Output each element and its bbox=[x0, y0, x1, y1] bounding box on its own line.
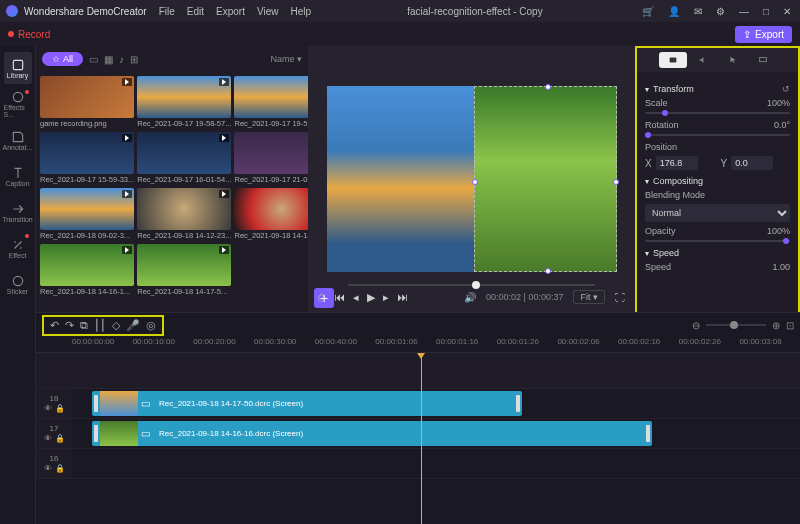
track-head[interactable]: 18👁🔒 bbox=[36, 389, 72, 418]
cart-icon[interactable]: 🛒 bbox=[639, 6, 657, 17]
sidebar-tab-transition[interactable]: Transition bbox=[4, 196, 32, 228]
scale-label: Scale bbox=[645, 98, 668, 108]
zoom-in-icon[interactable]: ⊕ bbox=[772, 320, 780, 331]
redo-icon[interactable]: ↷ bbox=[65, 319, 74, 332]
main-menu: File Edit Export View Help bbox=[159, 6, 311, 17]
record-button[interactable]: Record bbox=[8, 29, 50, 40]
menu-file[interactable]: File bbox=[159, 6, 175, 17]
media-thumbnail[interactable]: Rec_2021-09-17 19-59-23... bbox=[234, 76, 308, 129]
svg-rect-3 bbox=[669, 58, 676, 63]
playhead[interactable] bbox=[421, 353, 422, 524]
tracks: 18👁🔒 ▭ Rec_2021-09-18 14-17-50.dcrc (Scr… bbox=[36, 353, 800, 524]
props-tab-audio[interactable] bbox=[689, 52, 717, 68]
sidebar-tab-caption[interactable]: Caption bbox=[4, 160, 32, 192]
media-thumbnail[interactable]: Rec_2021-09-18 09-02-3... bbox=[40, 188, 134, 241]
eye-icon[interactable]: 👁 bbox=[44, 404, 52, 413]
preview-canvas[interactable] bbox=[327, 86, 617, 272]
menu-help[interactable]: Help bbox=[290, 6, 311, 17]
thumbnail-label: Rec_2021-09-18 14-14-47... bbox=[234, 230, 308, 241]
voiceover-icon[interactable]: 🎤 bbox=[126, 319, 140, 332]
minimize-icon[interactable]: — bbox=[736, 6, 752, 17]
split-icon[interactable]: ⎮⎮ bbox=[94, 319, 106, 332]
media-thumbnail[interactable]: Rec_2021-09-17 21-09-19... bbox=[234, 132, 308, 185]
thumbnail-label: Rec_2021-09-17 15-59-33... bbox=[40, 174, 134, 185]
menu-edit[interactable]: Edit bbox=[187, 6, 204, 17]
lock-icon[interactable]: 🔒 bbox=[55, 404, 65, 413]
timeline-clip[interactable]: ▭ Rec_2021-09-18 14-17-50.dcrc (Screen) bbox=[92, 391, 522, 416]
filter-video-icon[interactable]: ▭ bbox=[89, 54, 98, 65]
media-thumbnail[interactable]: Rec_2021-09-17 15-59-33... bbox=[40, 132, 134, 185]
user-icon[interactable]: 👤 bbox=[665, 6, 683, 17]
video-badge-icon bbox=[122, 246, 132, 254]
track-head[interactable]: 16👁🔒 bbox=[36, 449, 72, 478]
media-thumbnail[interactable]: Rec_2021-09-18 14-16-1... bbox=[40, 244, 134, 297]
mail-icon[interactable]: ✉ bbox=[691, 6, 705, 17]
prev-frame-button[interactable]: ⏮ bbox=[334, 291, 345, 303]
sidebar-tab-library[interactable]: Library bbox=[4, 52, 32, 84]
eye-icon[interactable]: 👁 bbox=[44, 464, 52, 473]
props-tab-screen[interactable] bbox=[749, 52, 777, 68]
lock-icon[interactable]: 🔒 bbox=[55, 434, 65, 443]
eye-icon[interactable]: 👁 bbox=[44, 434, 52, 443]
fullscreen-icon[interactable]: ⛶ bbox=[615, 292, 625, 303]
media-thumbnail[interactable]: Rec_2021-09-18 14-14-47... bbox=[234, 188, 308, 241]
rotation-value: 0.0° bbox=[774, 120, 790, 130]
section-transform[interactable]: Transform↺ bbox=[645, 84, 790, 94]
timeline-ruler[interactable]: 00:00:00:0000:00:10:0000:00:20:0000:00:3… bbox=[36, 337, 800, 353]
snapshot-icon[interactable]: ⎙ bbox=[318, 292, 324, 303]
section-compositing[interactable]: Compositing bbox=[645, 176, 790, 186]
menu-view[interactable]: View bbox=[257, 6, 279, 17]
lock-icon[interactable]: 🔒 bbox=[55, 464, 65, 473]
export-button[interactable]: ⇪Export bbox=[735, 26, 792, 43]
clip-icon: ▭ bbox=[138, 428, 153, 439]
zoom-slider[interactable] bbox=[706, 324, 766, 326]
crop-icon[interactable]: ⧉ bbox=[80, 319, 88, 332]
media-thumbnail[interactable]: Rec_2021-09-18 14-17-5... bbox=[137, 244, 231, 297]
media-thumbnail[interactable]: game recording.png bbox=[40, 76, 134, 129]
media-thumbnail[interactable]: Rec_2021-09-18 14-12-23... bbox=[137, 188, 231, 241]
media-thumbnail[interactable]: Rec_2021-09-17 19-58-57... bbox=[137, 76, 231, 129]
section-speed[interactable]: Speed bbox=[645, 248, 790, 258]
opacity-slider[interactable] bbox=[645, 240, 790, 242]
props-tab-cursor[interactable] bbox=[719, 52, 747, 68]
filter-audio-icon[interactable]: ♪ bbox=[119, 54, 124, 65]
timeline: ↶ ↷ ⧉ ⎮⎮ ◇ 🎤 ◎ ⊖ ⊕ ⊡ 00:00:0 bbox=[36, 312, 800, 524]
next-frame-button[interactable]: ⏭ bbox=[397, 291, 408, 303]
filter-all[interactable]: ☆ All bbox=[42, 52, 83, 66]
marker-icon[interactable]: ◇ bbox=[112, 319, 120, 332]
timeline-clip[interactable]: ▭ Rec_2021-09-18 14-16-16.dcrc (Screen) bbox=[92, 421, 652, 446]
sidebar-tab-effect[interactable]: Effect bbox=[4, 232, 32, 264]
clip-icon: ▭ bbox=[138, 398, 153, 409]
track-head[interactable]: 17👁🔒 bbox=[36, 419, 72, 448]
filter-folder-icon[interactable]: ⊞ bbox=[130, 54, 138, 65]
position-x-input[interactable] bbox=[656, 156, 698, 170]
sort-dropdown[interactable]: Name ▾ bbox=[270, 54, 302, 64]
sidebar-tab-effects-store[interactable]: Effects S... bbox=[4, 88, 32, 120]
preview-scrubber[interactable] bbox=[348, 284, 595, 286]
settings-icon[interactable]: ⚙ bbox=[713, 6, 728, 17]
zoom-out-icon[interactable]: ⊖ bbox=[692, 320, 700, 331]
media-thumbnail[interactable]: Rec_2021-09-17 16-01-54... bbox=[137, 132, 231, 185]
rotation-slider[interactable] bbox=[645, 134, 790, 136]
blend-mode-select[interactable]: Normal bbox=[645, 204, 790, 222]
sidebar-tab-sticker[interactable]: Sticker bbox=[4, 268, 32, 300]
svg-point-2 bbox=[13, 276, 22, 285]
fit-dropdown[interactable]: Fit ▾ bbox=[573, 290, 605, 304]
position-y-input[interactable] bbox=[731, 156, 773, 170]
close-icon[interactable]: ✕ bbox=[780, 6, 794, 17]
play-button[interactable]: ▶ bbox=[367, 291, 375, 304]
sidebar-tab-annotation[interactable]: Annotat... bbox=[4, 124, 32, 156]
scale-slider[interactable] bbox=[645, 112, 790, 114]
reset-transform-icon[interactable]: ↺ bbox=[782, 84, 790, 94]
props-tab-video[interactable] bbox=[659, 52, 687, 68]
maximize-icon[interactable]: □ bbox=[760, 6, 772, 17]
video-badge-icon bbox=[122, 78, 132, 86]
undo-icon[interactable]: ↶ bbox=[50, 319, 59, 332]
filter-image-icon[interactable]: ▦ bbox=[104, 54, 113, 65]
volume-icon[interactable]: 🔊 bbox=[464, 292, 476, 303]
step-back-button[interactable]: ◂ bbox=[353, 291, 359, 304]
zoom-fit-icon[interactable]: ⊡ bbox=[786, 320, 794, 331]
menu-export[interactable]: Export bbox=[216, 6, 245, 17]
step-fwd-button[interactable]: ▸ bbox=[383, 291, 389, 304]
record-icon[interactable]: ◎ bbox=[146, 319, 156, 332]
